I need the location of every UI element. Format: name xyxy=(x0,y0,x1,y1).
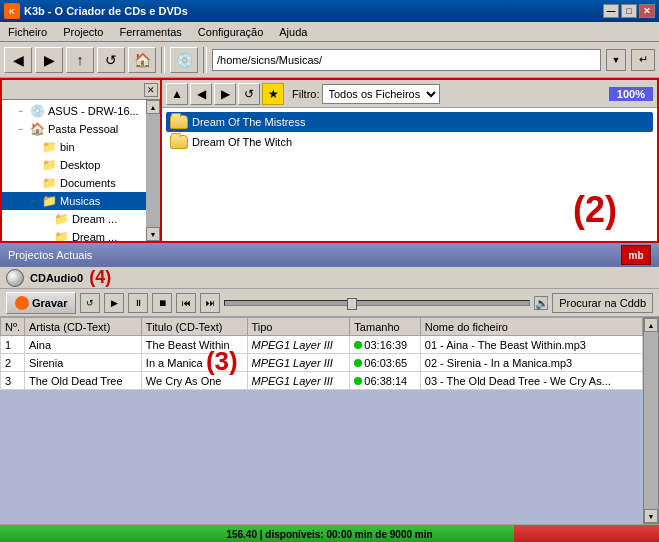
cell-filename-0: 01 - Aina - The Beast Within.mp3 xyxy=(420,336,642,354)
table-row[interactable]: 1 Aina The Beast Within MPEG1 Layer III … xyxy=(1,336,643,354)
expand-icon-musicas: − xyxy=(30,196,42,206)
burn-button[interactable]: 💿 xyxy=(170,47,198,73)
cell-filename-1: 02 - Sirenia - In a Manica.mp3 xyxy=(420,354,642,372)
menu-ferramentas[interactable]: Ferramentas xyxy=(115,25,185,39)
back-button[interactable]: ◀ xyxy=(4,47,32,73)
play-button[interactable]: ▶ xyxy=(104,293,124,313)
nav-up-button[interactable]: ▲ xyxy=(166,83,188,105)
address-input[interactable] xyxy=(217,54,596,66)
tree-item-musicas[interactable]: − 📁 Musicas xyxy=(2,192,160,210)
header-row: Nº. Artista (CD-Text) Titulo (CD-Text) T… xyxy=(1,318,643,336)
filter-select[interactable]: Todos os Ficheiros Audio Video xyxy=(322,84,440,104)
table-scroll-up[interactable]: ▲ xyxy=(644,318,658,332)
up-button[interactable]: ↑ xyxy=(66,47,94,73)
procurar-button[interactable]: Procurar na Cddb xyxy=(552,293,653,313)
file-item-1[interactable]: Dream Of The Witch xyxy=(166,132,653,152)
file-name-0: Dream Of The Mistress xyxy=(192,116,306,128)
tree-close-button[interactable]: ✕ xyxy=(144,83,158,97)
close-button[interactable]: ✕ xyxy=(639,4,655,18)
seek-thumb[interactable] xyxy=(347,298,357,310)
menu-configuracao[interactable]: Configuração xyxy=(194,25,267,39)
tree-item-desktop[interactable]: 📁 Desktop xyxy=(2,156,160,174)
annotation-2: (2) xyxy=(573,189,617,231)
loop-button[interactable]: ↺ xyxy=(80,293,100,313)
bookmark-button[interactable]: ★ xyxy=(262,83,284,105)
pause-button[interactable]: ⏸ xyxy=(128,293,148,313)
file-item-0[interactable]: Dream Of The Mistress xyxy=(166,112,653,132)
procurar-label: Procurar na Cddb xyxy=(559,297,646,309)
tree-item-dream1[interactable]: 📁 Dream ... xyxy=(2,210,160,228)
cell-size-2: 06:38:14 xyxy=(350,372,420,390)
file-name-1: Dream Of The Witch xyxy=(192,136,292,148)
cd-label: CDAudio0 xyxy=(30,272,83,284)
menu-ajuda[interactable]: Ajuda xyxy=(275,25,311,39)
menu-projecto[interactable]: Projecto xyxy=(59,25,107,39)
folder-icon-desktop: 📁 xyxy=(42,158,57,172)
tree-scrollbar[interactable]: ▲ ▼ xyxy=(146,100,160,241)
gravar-button[interactable]: Gravar xyxy=(6,292,76,314)
scroll-down-button[interactable]: ▼ xyxy=(146,227,160,241)
home-icon: 🏠 xyxy=(30,122,45,136)
scroll-up-button[interactable]: ▲ xyxy=(146,100,160,114)
projects-header: Projectos Actuais mb xyxy=(0,243,659,267)
minimize-button[interactable]: — xyxy=(603,4,619,18)
tree-label-pasta: Pasta Pessoal xyxy=(48,123,118,135)
cell-artist-2: The Old Dead Tree xyxy=(25,372,142,390)
progress-bar-container: 156.40 | disponíveis: 00:00 min de 9000 … xyxy=(0,524,659,542)
tree-content: − 💿 ASUS - DRW-16... − 🏠 Pasta Pessoal 📁… xyxy=(2,100,160,241)
address-bar[interactable] xyxy=(212,49,601,71)
gravar-label: Gravar xyxy=(32,297,67,309)
volume-icon: 🔊 xyxy=(534,296,548,310)
scroll-track[interactable] xyxy=(146,114,160,227)
content-split: ✕ − 💿 ASUS - DRW-16... − 🏠 Pasta Pessoal… xyxy=(0,78,659,243)
next-button[interactable]: ⏭ xyxy=(200,293,220,313)
cell-filename-2: 03 - The Old Dead Tree - We Cry As... xyxy=(420,372,642,390)
table-row[interactable]: 3 The Old Dead Tree We Cry As One MPEG1 … xyxy=(1,372,643,390)
table-inner: Nº. Artista (CD-Text) Titulo (CD-Text) T… xyxy=(0,317,659,524)
col-type: Tipo xyxy=(247,318,350,336)
nav-forward-button[interactable]: ▶ xyxy=(214,83,236,105)
table-scroll-down[interactable]: ▼ xyxy=(644,509,658,523)
folder-icon xyxy=(170,115,188,129)
table-scroll-track[interactable] xyxy=(644,332,658,509)
cell-artist-1: Sirenia xyxy=(25,354,142,372)
cell-type-2: MPEG1 Layer III xyxy=(247,372,350,390)
forward-button[interactable]: ▶ xyxy=(35,47,63,73)
tree-item-bin[interactable]: 📁 bin xyxy=(2,138,160,156)
menubar: Ficheiro Projecto Ferramentas Configuraç… xyxy=(0,22,659,42)
separator xyxy=(161,47,165,73)
cell-num-2: 3 xyxy=(1,372,25,390)
file-panel: ▲ ◀ ▶ ↺ ★ Filtro: Todos os Ficheiros Aud… xyxy=(162,80,657,241)
tree-item-pasta[interactable]: − 🏠 Pasta Pessoal xyxy=(2,120,160,138)
table-scrollbar[interactable]: ▲ ▼ xyxy=(643,317,659,524)
folder-icon-dream1: 📁 xyxy=(54,212,69,226)
menu-ficheiro[interactable]: Ficheiro xyxy=(4,25,51,39)
table-row[interactable]: 2 Sirenia In a Manica (3) MPEG1 Layer II… xyxy=(1,354,643,372)
nav-refresh-button[interactable]: ↺ xyxy=(238,83,260,105)
progress-bar-overflow xyxy=(514,525,659,542)
tree-panel: ✕ − 💿 ASUS - DRW-16... − 🏠 Pasta Pessoal… xyxy=(2,80,162,241)
expand-icon-pasta: − xyxy=(18,124,30,134)
titlebar-controls[interactable]: — □ ✕ xyxy=(603,4,655,18)
stop-button[interactable]: ⏹ xyxy=(152,293,172,313)
address-go-button[interactable]: ↵ xyxy=(631,49,655,71)
cell-size-1: 06:03:65 xyxy=(350,354,420,372)
progress-text: 156.40 | disponíveis: 00:00 min de 9000 … xyxy=(226,528,432,539)
tree-item-asus[interactable]: − 💿 ASUS - DRW-16... xyxy=(2,102,160,120)
col-size: Tamanho xyxy=(350,318,420,336)
titlebar-title: K3b - O Criador de CDs e DVDs xyxy=(24,5,188,17)
nav-back-button[interactable]: ◀ xyxy=(190,83,212,105)
folder-icon-bin: 📁 xyxy=(42,140,57,154)
tree-item-documents[interactable]: 📁 Documents xyxy=(2,174,160,192)
folder-icon-dream2: 📁 xyxy=(54,230,69,241)
prev-button[interactable]: ⏮ xyxy=(176,293,196,313)
tree-item-dream2[interactable]: 📁 Dream ... xyxy=(2,228,160,241)
green-dot-2 xyxy=(354,377,362,385)
home-button[interactable]: 🏠 xyxy=(128,47,156,73)
address-dropdown[interactable]: ▼ xyxy=(606,49,626,71)
tree-header: ✕ xyxy=(2,80,160,100)
green-dot-1 xyxy=(354,359,362,367)
seek-bar[interactable] xyxy=(224,300,530,306)
maximize-button[interactable]: □ xyxy=(621,4,637,18)
refresh-button[interactable]: ↺ xyxy=(97,47,125,73)
